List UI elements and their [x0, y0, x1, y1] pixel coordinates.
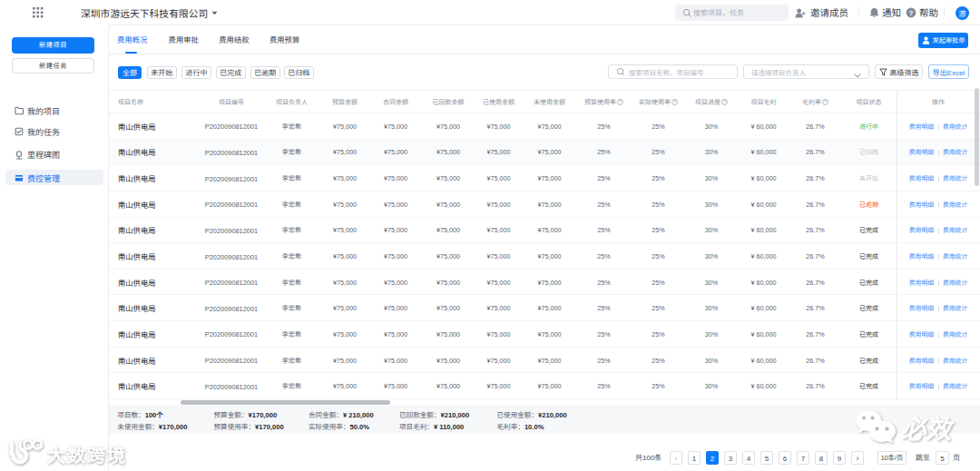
svg-text:?: ? — [909, 9, 914, 17]
svg-text:大数跨境: 大数跨境 — [47, 441, 127, 467]
svg-text:必效: 必效 — [901, 409, 955, 446]
svg-text:?: ? — [723, 100, 726, 104]
svg-text:?: ? — [619, 100, 622, 104]
svg-text:?: ? — [824, 100, 827, 104]
svg-text:?: ? — [673, 100, 676, 104]
